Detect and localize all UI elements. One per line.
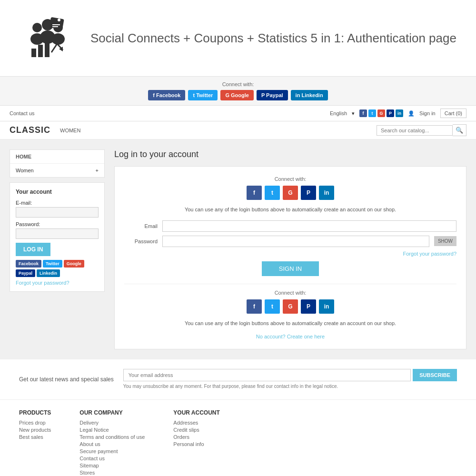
nav-social-icons: f t G P in — [359, 109, 403, 117]
account-title: Your account — [16, 188, 99, 195]
footer-products-col: PRODUCTS Prices drop New products Best s… — [19, 409, 51, 476]
card-password-input[interactable] — [162, 236, 429, 247]
newsletter-email-input[interactable] — [123, 369, 411, 381]
sign-in-link[interactable]: Sign in — [419, 110, 436, 116]
language-selector[interactable]: English — [330, 110, 347, 116]
card-facebook-btn-top[interactable]: f — [247, 186, 262, 200]
logo — [19, 10, 76, 67]
footer-account-heading: YOUR ACCOUNT — [173, 409, 220, 416]
sidebar-twitter-btn[interactable]: Twitter — [43, 260, 62, 268]
page-title: Social Connects + Coupons + Statistics 5… — [90, 30, 456, 47]
card-social-icons-bottom: f t G P in — [124, 299, 456, 314]
top-paypal-btn[interactable]: P Paypal — [257, 90, 288, 100]
no-account-link[interactable]: No account? Create one here — [124, 334, 456, 339]
newsletter-input-row: SUBSCRIBE — [123, 369, 457, 381]
info-text-bottom: You can use any of the login buttons abo… — [124, 319, 456, 327]
top-facebook-btn[interactable]: f Facebook — [148, 90, 185, 100]
card-linkedin-btn-bottom[interactable]: in — [319, 299, 334, 314]
footer-best-sales-link[interactable]: Best sales — [19, 434, 51, 440]
card-paypal-btn-top[interactable]: P — [301, 186, 316, 200]
page-title-area: Social Connects + Coupons + Statistics 5… — [90, 30, 456, 47]
sidebar-password-input[interactable] — [16, 228, 99, 239]
search-button[interactable]: 🔍 — [453, 124, 466, 136]
card-google-btn-bottom[interactable]: G — [283, 299, 298, 314]
newsletter-text: Get our latest news and special sales — [19, 376, 114, 383]
header: Social Connects + Coupons + Statistics 5… — [0, 0, 476, 76]
login-heading: Log in to your account — [114, 149, 466, 159]
card-twitter-btn-bottom[interactable]: t — [265, 299, 280, 314]
nav-twitter-icon[interactable]: t — [368, 109, 376, 117]
footer-personal-info-link[interactable]: Personal info — [173, 441, 220, 447]
sidebar-forgot-link[interactable]: Forgot your password? — [16, 280, 99, 286]
nav-right: English ▾ f t G P in 👤 Sign in Cart (0) — [330, 109, 466, 118]
sidebar-google-btn[interactable]: Google — [64, 260, 84, 268]
nav-google-icon[interactable]: G — [377, 109, 385, 117]
top-linkedin-btn[interactable]: in Linkedin — [291, 90, 328, 100]
sidebar-paypal-btn[interactable]: Paypal — [16, 269, 35, 277]
connect-label: Connect with: — [5, 81, 471, 87]
footer-prices-drop-link[interactable]: Prices drop — [19, 420, 51, 426]
footer-sitemap-link[interactable]: Sitemap — [79, 463, 145, 468]
connect-with-bottom-label: Connect with: — [124, 290, 456, 296]
card-email-label: Email — [124, 223, 158, 229]
newsletter-right: SUBSCRIBE You may unsubscribe at any mom… — [123, 369, 457, 390]
nav-paypal-icon[interactable]: P — [387, 109, 394, 117]
search-input[interactable] — [377, 125, 453, 136]
footer-products-heading: PRODUCTS — [19, 409, 51, 416]
card-google-btn-top[interactable]: G — [283, 186, 298, 200]
sidebar-social-row1: Facebook Twitter Google — [16, 260, 99, 268]
main-content: HOME Women + Your account E-mail: Passwo… — [0, 140, 476, 359]
card-twitter-btn-top[interactable]: t — [265, 186, 280, 200]
svg-point-7 — [58, 19, 60, 21]
footer-legal-link[interactable]: Legal Notice — [79, 427, 145, 433]
footer-new-products-link[interactable]: New products — [19, 427, 51, 433]
nav-left: Contact us — [10, 110, 35, 116]
card-linkedin-btn-top[interactable]: in — [319, 186, 334, 200]
login-card: Connect with: f t G P in You can use any… — [114, 166, 466, 349]
store-bar: CLASSIC WOMEN 🔍 — [0, 121, 476, 140]
subscribe-button[interactable]: SUBSCRIBE — [413, 369, 457, 381]
sidebar-login-button[interactable]: LOG IN — [16, 243, 50, 256]
footer-secure-payment-link[interactable]: Secure payment — [79, 448, 145, 454]
sidebar-email-input[interactable] — [16, 207, 99, 218]
nav-bar: Contact us English ▾ f t G P in 👤 Sign i… — [0, 106, 476, 121]
footer-addresses-link[interactable]: Addresses — [173, 420, 220, 426]
sidebar-account: Your account E-mail: Password: LOG IN Fa… — [10, 182, 105, 292]
sidebar-home-label: HOME — [10, 150, 104, 164]
sidebar-women-label: Women — [16, 168, 34, 173]
email-label: E-mail: — [16, 200, 99, 206]
top-google-btn[interactable]: G Google — [220, 90, 254, 100]
login-panel: Log in to your account Connect with: f t… — [114, 149, 466, 349]
sidebar-facebook-btn[interactable]: Facebook — [16, 260, 41, 268]
password-group: Password: — [16, 221, 99, 239]
newsletter-section: Get our latest news and special sales SU… — [0, 359, 476, 400]
footer-stores-link[interactable]: Stores — [79, 470, 145, 476]
card-facebook-btn-bottom[interactable]: f — [247, 299, 262, 314]
show-password-btn[interactable]: SHOW — [434, 236, 456, 246]
contact-link[interactable]: Contact us — [10, 110, 35, 116]
email-row: Email — [124, 220, 456, 232]
footer-contact-link[interactable]: Contact us — [79, 456, 145, 461]
top-twitter-btn[interactable]: t Twitter — [188, 90, 218, 100]
sidebar-item-women[interactable]: Women + — [10, 164, 104, 177]
forgot-password-link[interactable]: Forgot your password? — [124, 251, 456, 257]
password-label: Password: — [16, 221, 99, 227]
footer-terms-link[interactable]: Terms and conditions of use — [79, 434, 145, 440]
footer-delivery-link[interactable]: Delivery — [79, 420, 145, 426]
nav-facebook-icon[interactable]: f — [359, 109, 367, 117]
card-paypal-btn-bottom[interactable]: P — [301, 299, 316, 314]
top-connect-bar: Connect with: f Facebook t Twitter G Goo… — [0, 76, 476, 106]
footer-orders-link[interactable]: Orders — [173, 434, 220, 440]
svg-point-0 — [32, 23, 42, 32]
svg-point-5 — [51, 33, 65, 45]
card-email-input[interactable] — [162, 220, 456, 232]
women-nav-item[interactable]: WOMEN — [60, 128, 80, 133]
sidebar-linkedin-btn[interactable]: Linkedin — [37, 269, 60, 277]
footer-credit-slips-link[interactable]: Credit slips — [173, 427, 220, 433]
store-name: CLASSIC — [10, 125, 50, 135]
cart-button[interactable]: Cart (0) — [440, 109, 466, 118]
sign-in-button[interactable]: SIGN IN — [262, 261, 319, 276]
nav-linkedin-icon[interactable]: in — [396, 109, 403, 117]
footer-account-col: YOUR ACCOUNT Addresses Credit slips Orde… — [173, 409, 220, 476]
footer-about-link[interactable]: About us — [79, 441, 145, 447]
